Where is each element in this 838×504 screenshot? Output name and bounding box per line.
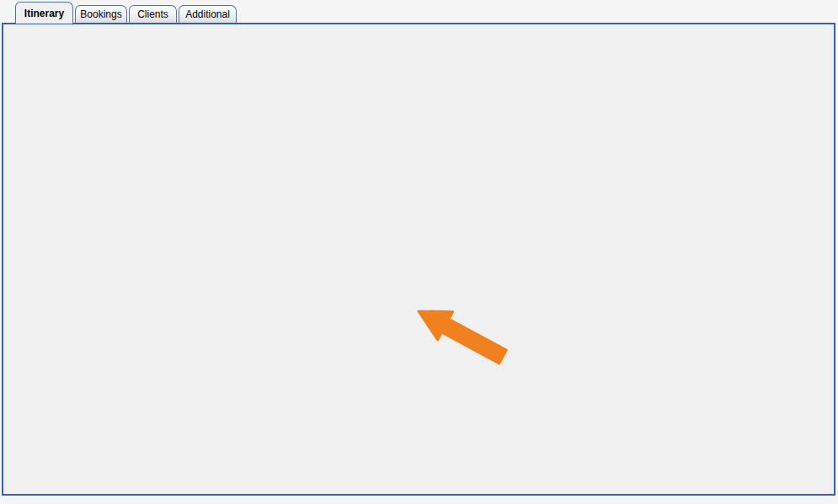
tab-label: Additional: [185, 8, 230, 20]
tab-additional[interactable]: Additional: [179, 5, 237, 23]
tab-bookings[interactable]: Bookings: [75, 5, 127, 23]
annotation-arrow: [404, 301, 522, 369]
itinerary-window: Itinerary Bookings Clients Additional It…: [0, 0, 838, 504]
tab-itinerary[interactable]: Itinerary: [15, 2, 73, 24]
tab-content-panel: [2, 23, 835, 496]
tab-label: Bookings: [80, 8, 121, 20]
tab-label: Clients: [137, 8, 168, 20]
tab-clients[interactable]: Clients: [129, 5, 177, 23]
tab-label: Itinerary: [24, 8, 64, 19]
